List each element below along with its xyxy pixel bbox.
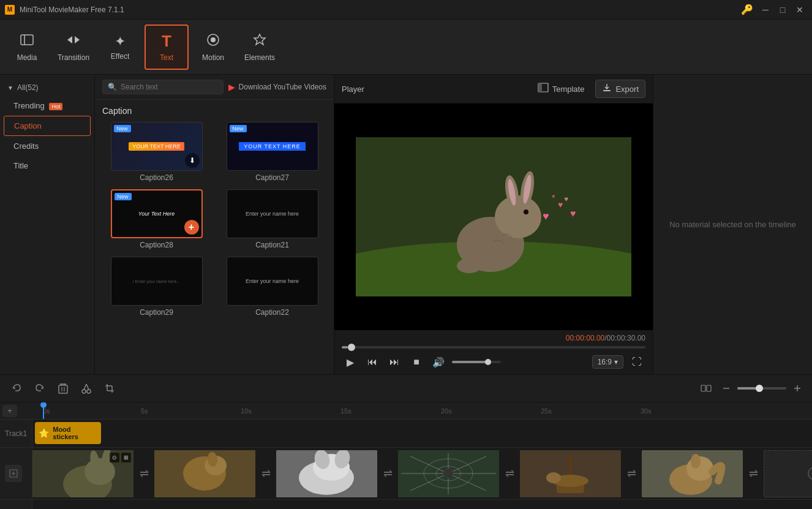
- caption-item-27[interactable]: New YOUR TEXT HERE Caption27: [218, 122, 326, 182]
- video-clip-3[interactable]: [276, 450, 377, 497]
- svg-point-16: [524, 209, 528, 214]
- crop-button[interactable]: [100, 379, 119, 398]
- credits-label: Credits: [13, 141, 39, 151]
- no-material-message: No material selected on the timeline: [669, 220, 796, 229]
- hot-badge: Hot: [49, 103, 62, 110]
- video-clip-2[interactable]: [154, 450, 255, 497]
- video-container: ♥ ♥ ♥ ♥ ♥: [334, 104, 653, 330]
- sidebar-item-credits[interactable]: Credits: [4, 137, 91, 156]
- svg-point-31: [87, 390, 91, 393]
- caption-item-a[interactable]: / Enter your name here... Caption29: [102, 257, 211, 317]
- transition-3[interactable]: ⇌: [377, 450, 398, 497]
- export-button[interactable]: Export: [595, 80, 645, 98]
- maximize-button[interactable]: □: [775, 2, 790, 17]
- sidebar-section-all[interactable]: ▼ All(52): [0, 80, 94, 96]
- transition-1[interactable]: ⇌: [133, 450, 154, 497]
- stop-button[interactable]: ■: [408, 353, 425, 371]
- aspect-ratio-select[interactable]: 16:9 ▾: [592, 355, 623, 369]
- media-tool[interactable]: Media: [5, 25, 49, 70]
- prev-frame-button[interactable]: ⏮: [364, 353, 381, 371]
- media-label: Media: [17, 53, 37, 62]
- right-panel: No material selected on the timeline: [653, 75, 812, 374]
- sticker-icon: ⭐: [39, 428, 49, 438]
- track-labels: Track1 ♪: [0, 420, 32, 509]
- export-icon: [602, 83, 612, 95]
- progress-bar[interactable]: [342, 346, 645, 349]
- sidebar-item-caption[interactable]: Caption: [4, 116, 91, 136]
- caption-thumb-a[interactable]: / Enter your name here...: [111, 257, 203, 306]
- clip-icon-layer: ⊞: [121, 453, 131, 462]
- transition-5[interactable]: ⇌: [621, 450, 642, 497]
- transition-4[interactable]: ⇌: [499, 450, 520, 497]
- caption-item-28[interactable]: New Your Text Here + Caption28: [102, 189, 211, 249]
- redo-button[interactable]: [31, 379, 49, 398]
- panel-scroll-inner[interactable]: Caption New YOUR TEXT HERE ⬇ Caption26: [95, 100, 334, 374]
- caption-thumb-21[interactable]: Enter your name here: [227, 189, 318, 238]
- zoom-handle[interactable]: [756, 385, 763, 392]
- minimize-button[interactable]: ─: [758, 2, 773, 17]
- playback-controls: ▶ ⏮ ⏭ ■ 🔊 16:9 ▾ ⛶: [342, 353, 645, 371]
- audio-track: ♪: [32, 500, 812, 509]
- zoom-slider-container: [737, 387, 786, 390]
- caption-item-26[interactable]: New YOUR TEXT HERE ⬇ Caption26: [102, 122, 211, 182]
- next-frame-button[interactable]: ⏭: [386, 353, 403, 371]
- caption-item-21[interactable]: Enter your name here Caption21: [218, 189, 326, 249]
- zoom-out-button[interactable]: [719, 381, 734, 396]
- elements-tool[interactable]: Elements: [238, 25, 282, 70]
- undo-button[interactable]: [7, 379, 26, 398]
- sticker-chip[interactable]: ⭐ Mood stickers: [35, 422, 101, 444]
- audio-icon[interactable]: ♪: [5, 505, 22, 509]
- zoom-in-button[interactable]: [790, 381, 805, 396]
- sidebar-item-trending[interactable]: Trending Hot: [4, 96, 91, 115]
- delete-button[interactable]: [54, 379, 72, 398]
- transition-6[interactable]: ⇌: [743, 450, 764, 497]
- download-btn-26[interactable]: ⬇: [185, 153, 200, 168]
- video-clip-5[interactable]: [520, 450, 621, 497]
- effect-tool[interactable]: ✦ Effect: [98, 25, 142, 70]
- timeline: + 0s 5s 10s 15s 20s 25s 30s Track1: [0, 402, 812, 509]
- caption-label-21: Caption21: [255, 241, 289, 249]
- video-preview: ♥ ♥ ♥ ♥ ♥: [356, 137, 631, 296]
- export-label: Export: [615, 85, 639, 94]
- text-tool[interactable]: T Text: [145, 25, 189, 70]
- template-button[interactable]: Template: [532, 80, 591, 97]
- sticker-label: Mood stickers: [53, 426, 97, 440]
- caption-thumb-28[interactable]: New Your Text Here +: [111, 189, 203, 238]
- play-button[interactable]: ▶: [342, 353, 359, 371]
- video-clip-1[interactable]: ⊙ ⊞: [32, 450, 133, 497]
- sidebar-item-title[interactable]: Title: [4, 156, 91, 175]
- caption-thumb-27[interactable]: New YOUR TEXT HERE: [227, 122, 318, 171]
- close-button[interactable]: ✕: [792, 2, 807, 17]
- search-input[interactable]: [121, 83, 218, 91]
- volume-button[interactable]: 🔊: [430, 353, 447, 371]
- caption-text-21: Enter your name here: [246, 211, 299, 217]
- playhead[interactable]: [43, 402, 44, 419]
- yt-download-button[interactable]: ▶ Download YouTube Videos: [228, 82, 326, 92]
- caption-item-b[interactable]: Enter your name here Caption22: [218, 257, 326, 317]
- video-clip-4[interactable]: [398, 450, 499, 497]
- transition-tool[interactable]: Transition: [51, 25, 96, 70]
- motion-tool[interactable]: Motion: [191, 25, 235, 70]
- caption-thumb-26[interactable]: New YOUR TEXT HERE ⬇: [111, 122, 203, 171]
- split-view-button[interactable]: [697, 379, 715, 398]
- progress-handle[interactable]: [348, 344, 355, 351]
- zoom-fill: [737, 387, 757, 390]
- fullscreen-button[interactable]: ⛶: [628, 353, 645, 371]
- clip-thumb-4: [398, 450, 499, 497]
- caption-thumb-b[interactable]: Enter your name here: [227, 257, 318, 306]
- zoom-slider[interactable]: [737, 387, 786, 390]
- motion-label: Motion: [202, 53, 224, 62]
- volume-slider[interactable]: [452, 361, 501, 363]
- search-box[interactable]: 🔍: [102, 80, 224, 94]
- volume-handle[interactable]: [485, 359, 491, 365]
- sidebar: ▼ All(52) Trending Hot Caption Credits T…: [0, 75, 95, 374]
- add-track-button[interactable]: +: [2, 405, 17, 417]
- audio-add-button[interactable]: ♪: [35, 503, 56, 509]
- cut-button[interactable]: [77, 379, 96, 398]
- transition-2[interactable]: ⇌: [255, 450, 276, 497]
- add-btn-28[interactable]: +: [184, 220, 199, 235]
- svg-text:♥: ♥: [564, 195, 568, 203]
- placeholder-clip[interactable]: [764, 450, 812, 497]
- video-clip-6[interactable]: [642, 450, 743, 497]
- add-video-button[interactable]: [5, 465, 22, 482]
